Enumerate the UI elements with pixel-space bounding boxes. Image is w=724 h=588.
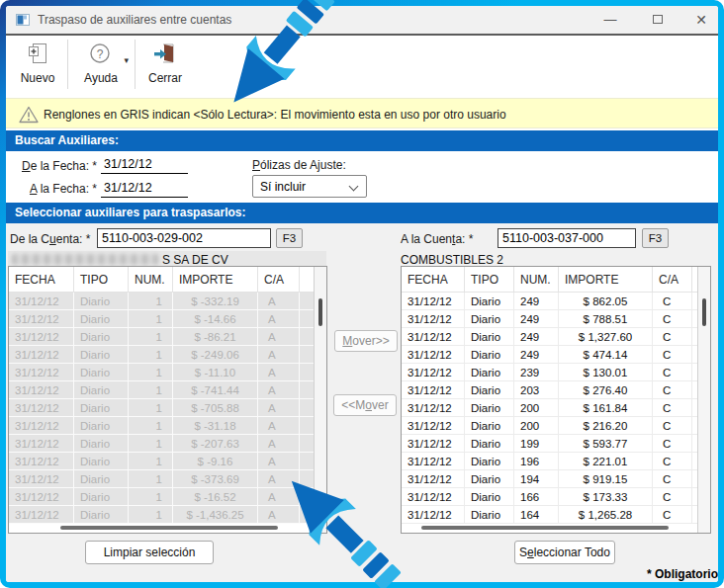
table-cell: $ 1,265.28 xyxy=(559,506,653,523)
table-row[interactable]: 31/12/12Diario194$ 919.15C xyxy=(402,470,710,488)
table-row[interactable]: 31/12/12Diario1$ -11.10A xyxy=(9,364,326,381)
to-account-input[interactable] xyxy=(498,228,636,248)
column-header-ca: C/A xyxy=(258,267,300,292)
help-icon: ? xyxy=(71,42,131,69)
table-cell: 31/12/12 xyxy=(402,470,465,487)
mover-right-button[interactable]: Mover>> xyxy=(334,330,398,352)
table-cell: A xyxy=(258,293,300,309)
table-cell: C xyxy=(653,453,692,469)
table-row[interactable]: 31/12/12Diario1$ -9.16A xyxy=(9,453,326,470)
column-header-tipo: TIPO xyxy=(74,267,129,292)
table-row[interactable]: 31/12/12Diario1$ -207.63A xyxy=(9,435,326,453)
table-cell: $ 276.40 xyxy=(559,381,653,398)
table-cell: 1 xyxy=(129,435,173,452)
column-header-tipo: TIPO xyxy=(465,267,514,292)
table-body: 31/12/12Diario249$ 862.05C31/12/12Diario… xyxy=(402,293,710,524)
table-row[interactable]: 31/12/12Diario1$ -16.52A xyxy=(9,488,326,506)
table-row[interactable]: 31/12/12Diario1$ -31.18A xyxy=(9,417,326,435)
column-header-num: NUM. xyxy=(514,267,559,292)
table-cell: $ 593.77 xyxy=(559,435,653,452)
scrollbar-thumb[interactable] xyxy=(60,526,278,530)
table-row[interactable]: 31/12/12Diario166$ 173.33C xyxy=(402,488,710,506)
table-cell: C xyxy=(653,435,692,452)
table-row[interactable]: 31/12/12Diario164$ 1,265.28C xyxy=(402,506,710,524)
column-header-importe: IMPORTE xyxy=(559,267,653,292)
table-row[interactable]: 31/12/12Diario199$ 593.77C xyxy=(402,435,710,453)
warning-text: Renglones en GRIS indican <Sólo Lectura>… xyxy=(44,108,506,122)
scrollbar-thumb[interactable] xyxy=(318,298,322,326)
table-cell: 1 xyxy=(129,328,173,345)
table-header-row: FECHA TIPO NUM. IMPORTE C/A xyxy=(9,267,326,293)
table-cell: 249 xyxy=(514,346,559,363)
table-row[interactable]: 31/12/12Diario249$ 788.51C xyxy=(402,310,710,328)
to-account-f3-button[interactable]: F3 xyxy=(642,228,669,248)
table-row[interactable]: 31/12/12Diario1$ -373.69A xyxy=(9,470,326,488)
from-date-input[interactable] xyxy=(101,155,188,174)
nuevo-button[interactable]: Nuevo xyxy=(12,40,63,91)
scrollbar-thumb[interactable] xyxy=(702,298,706,326)
from-account-input[interactable] xyxy=(97,228,271,248)
table-row[interactable]: 31/12/12Diario200$ 161.84C xyxy=(402,399,710,417)
scrollbar-thumb[interactable] xyxy=(421,526,669,530)
table-cell: 31/12/12 xyxy=(402,417,465,434)
limpiar-seleccion-button[interactable]: Limpiar selección xyxy=(85,541,214,564)
table-cell: 1 xyxy=(129,346,173,363)
dropdown-arrow-icon[interactable]: ▾ xyxy=(124,55,129,65)
table-cell: 1 xyxy=(129,506,173,523)
cerrar-button[interactable]: Cerrar xyxy=(138,40,192,91)
mover-left-button[interactable]: <<Mover xyxy=(333,394,397,416)
table-cell: Diario xyxy=(74,488,129,505)
table-cell: Diario xyxy=(465,417,514,434)
table-cell: $ -16.52 xyxy=(173,488,258,505)
exit-door-icon xyxy=(138,42,192,69)
close-button[interactable]: ✕ xyxy=(688,6,714,34)
table-cell: C xyxy=(653,364,692,380)
table-row[interactable]: 31/12/12Diario1$ -741.44A xyxy=(9,381,326,399)
ayuda-button[interactable]: ? ▾ Ayuda xyxy=(71,40,131,91)
column-header-num: NUM. xyxy=(129,267,173,292)
table-cell: 31/12/12 xyxy=(402,328,465,345)
to-date-input[interactable] xyxy=(101,179,188,198)
table-row[interactable]: 31/12/12Diario1$ -332.19A xyxy=(9,293,326,310)
table-row[interactable]: 31/12/12Diario239$ 130.01C xyxy=(402,364,710,381)
section-header-seleccionar: Seleccionar auxiliares para traspasarlos… xyxy=(6,203,718,223)
seleccionar-todo-button[interactable]: Seleccionar Todo xyxy=(514,541,615,564)
table-cell: 31/12/12 xyxy=(9,399,74,416)
source-auxiliaries-table: FECHA TIPO NUM. IMPORTE C/A 31/12/12Diar… xyxy=(8,266,327,534)
minimize-button[interactable]: — xyxy=(597,6,623,34)
table-row[interactable]: 31/12/12Diario1$ -1,436.25A xyxy=(9,506,326,524)
table-cell: 31/12/12 xyxy=(402,381,465,398)
table-row[interactable]: 31/12/12Diario1$ -705.88A xyxy=(9,399,326,417)
table-body: 31/12/12Diario1$ -332.19A31/12/12Diario1… xyxy=(9,293,326,524)
polizas-select[interactable]: Sí incluir xyxy=(252,175,367,198)
from-account-f3-button[interactable]: F3 xyxy=(276,228,303,248)
table-cell: Diario xyxy=(74,328,129,345)
table-cell: C xyxy=(653,470,692,487)
table-cell: $ -1,436.25 xyxy=(173,506,258,523)
table-cell: A xyxy=(258,381,300,398)
seleccionar-section: De la Cuenta: * F3 A la Cuenta: * F3 S S… xyxy=(6,223,718,582)
maximize-button[interactable] xyxy=(645,6,671,34)
column-header-importe: IMPORTE xyxy=(173,267,258,292)
table-cell: $ -11.10 xyxy=(173,364,258,380)
table-row[interactable]: 31/12/12Diario203$ 276.40C xyxy=(402,381,710,399)
table-row[interactable]: 31/12/12Diario1$ -249.06A xyxy=(9,346,326,364)
table-cell: 31/12/12 xyxy=(9,293,74,309)
table-row[interactable]: 31/12/12Diario1$ -86.21A xyxy=(9,328,326,346)
table-row[interactable]: 31/12/12Diario249$ 1,327.60C xyxy=(402,328,710,346)
table-cell: Diario xyxy=(465,310,514,327)
table-cell: Diario xyxy=(74,453,129,469)
table-cell: $ -332.19 xyxy=(173,293,258,309)
table-cell: A xyxy=(258,453,300,469)
table-row[interactable]: 31/12/12Diario1$ -14.66A xyxy=(9,310,326,328)
table-row[interactable]: 31/12/12Diario200$ 216.20C xyxy=(402,417,710,435)
table-cell: 1 xyxy=(129,453,173,469)
table-row[interactable]: 31/12/12Diario249$ 474.14C xyxy=(402,346,710,364)
table-row[interactable]: 31/12/12Diario249$ 862.05C xyxy=(402,293,710,310)
table-cell: $ 474.14 xyxy=(559,346,653,363)
table-cell: Diario xyxy=(465,488,514,505)
table-row[interactable]: 31/12/12Diario196$ 221.01C xyxy=(402,453,710,470)
from-account-name-suffix: S SA DE CV xyxy=(162,253,228,267)
table-cell: C xyxy=(653,506,692,523)
table-cell: 239 xyxy=(514,364,559,380)
